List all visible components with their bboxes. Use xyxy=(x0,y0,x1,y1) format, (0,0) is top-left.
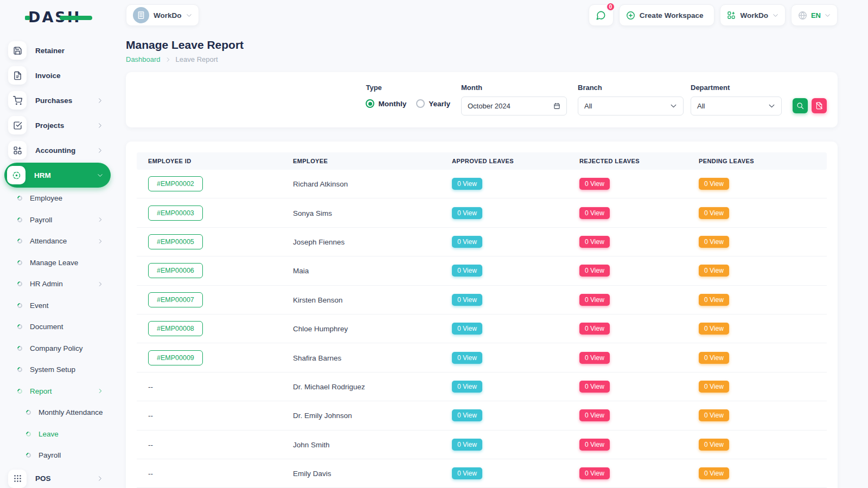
type-radio-group: Monthly Yearly xyxy=(366,99,450,108)
approved-leaves-view-badge[interactable]: 0 View xyxy=(452,467,482,479)
sidebar-item-event[interactable]: Event xyxy=(4,295,111,317)
reset-button[interactable] xyxy=(812,98,827,113)
sidebar-item-leave[interactable]: Leave xyxy=(4,423,111,445)
app-logo[interactable]: DASH xyxy=(0,0,115,34)
rejected-leaves-view-badge[interactable]: 0 View xyxy=(579,467,610,479)
bullet-icon xyxy=(25,409,32,416)
pending-leaves-view-badge[interactable]: 0 View xyxy=(699,381,729,393)
radio-monthly[interactable]: Monthly xyxy=(366,99,406,108)
pending-leaves-view-badge[interactable]: 0 View xyxy=(699,439,729,451)
sidebar-item-payroll[interactable]: Payroll xyxy=(4,445,111,466)
create-workspace-button[interactable]: Create Workspace xyxy=(619,4,715,26)
sidebar-item-pos[interactable]: POS xyxy=(4,466,111,488)
approved-leaves-view-badge[interactable]: 0 View xyxy=(452,381,482,393)
employee-id-button[interactable]: #EMP00002 xyxy=(148,176,203,191)
sidebar-item-hrm[interactable]: HRM xyxy=(4,163,111,188)
messages-button[interactable]: 0 xyxy=(589,4,614,26)
radio-monthly-control[interactable] xyxy=(366,99,374,108)
sidebar-item-company-policy[interactable]: Company Policy xyxy=(4,338,111,359)
rejected-leaves-view-badge[interactable]: 0 View xyxy=(579,236,610,248)
sidebar-item-label: Manage Leave xyxy=(30,259,78,267)
department-select[interactable]: All xyxy=(691,97,782,115)
sidebar-item-hr-admin[interactable]: HR Admin xyxy=(4,273,111,295)
approved-leaves-view-badge[interactable]: 0 View xyxy=(452,236,482,248)
sidebar-item-system-setup[interactable]: System Setup xyxy=(4,359,111,381)
rejected-leaves-view-badge[interactable]: 0 View xyxy=(579,323,610,335)
employee-id-button[interactable]: #EMP00008 xyxy=(148,321,203,336)
approved-leaves-view-badge[interactable]: 0 View xyxy=(452,352,482,364)
approved-leaves-view-badge[interactable]: 0 View xyxy=(452,409,482,421)
sidebar-item-report[interactable]: Report xyxy=(4,381,111,402)
pending-leaves-view-badge[interactable]: 0 View xyxy=(699,178,729,190)
breadcrumb: Dashboard Leave Report xyxy=(126,55,838,63)
rejected-leaves-view-badge[interactable]: 0 View xyxy=(579,439,610,451)
branch-select[interactable]: All xyxy=(578,97,684,115)
language-selector[interactable]: EN xyxy=(791,4,838,26)
sidebar-item-employee[interactable]: Employee xyxy=(4,188,111,209)
approved-leaves-view-badge[interactable]: 0 View xyxy=(452,207,482,219)
pending-leaves-view-badge[interactable]: 0 View xyxy=(699,236,729,248)
sidebar-item-monthly-attendance[interactable]: Monthly Attendance xyxy=(4,402,111,423)
logo-bar xyxy=(60,16,92,20)
approved-leaves-view-badge[interactable]: 0 View xyxy=(452,323,482,335)
rejected-leaves-view-badge[interactable]: 0 View xyxy=(579,294,610,306)
rejected-leaves-view-badge[interactable]: 0 View xyxy=(579,265,610,277)
chevron-right-icon xyxy=(97,147,103,153)
employee-id-button[interactable]: #EMP00003 xyxy=(148,206,203,221)
rejected-leaves-view-badge[interactable]: 0 View xyxy=(579,178,610,190)
sidebar-item-attendance[interactable]: Attendance xyxy=(4,230,111,252)
pending-leaves-view-badge[interactable]: 0 View xyxy=(699,265,729,277)
sidebar-item-label: Document xyxy=(30,323,63,331)
chevron-right-icon xyxy=(97,123,103,129)
chevron-right-icon xyxy=(98,388,103,394)
topbar: WorkDo 0 Create Workspace WorkDo EN xyxy=(126,0,838,30)
employee-id-button[interactable]: #EMP00006 xyxy=(148,263,203,278)
table-row: #EMP00003Sonya Sims0 View0 View0 View xyxy=(137,198,827,227)
rejected-leaves-view-badge[interactable]: 0 View xyxy=(579,381,610,393)
search-button[interactable] xyxy=(793,98,808,113)
rejected-leaves-view-badge[interactable]: 0 View xyxy=(579,352,610,364)
radio-yearly-control[interactable] xyxy=(416,99,425,108)
workspace-avatar xyxy=(133,7,149,23)
sidebar-item-payroll[interactable]: Payroll xyxy=(4,209,111,231)
approved-leaves-view-badge[interactable]: 0 View xyxy=(452,294,482,306)
save-icon xyxy=(8,41,27,60)
bullet-icon xyxy=(16,216,23,223)
sidebar-item-manage-leave[interactable]: Manage Leave xyxy=(4,252,111,274)
pending-leaves-view-badge[interactable]: 0 View xyxy=(699,467,729,479)
approved-leaves-view-badge[interactable]: 0 View xyxy=(452,265,482,277)
pending-leaves-view-badge[interactable]: 0 View xyxy=(699,323,729,335)
rejected-leaves-view-badge[interactable]: 0 View xyxy=(579,207,610,219)
employee-id-button[interactable]: #EMP00005 xyxy=(148,234,203,249)
table-row: #EMP00008Chloe Humphrey0 View0 View0 Vie… xyxy=(137,314,827,343)
sidebar-item-label: System Setup xyxy=(30,365,75,374)
table-header-row: EMPLOYEE ID EMPLOYEE APPROVED LEAVES REJ… xyxy=(137,152,827,170)
workdo-menu-button[interactable]: WorkDo xyxy=(720,4,786,26)
sidebar-item-label: Purchases xyxy=(35,97,72,105)
pending-leaves-view-badge[interactable]: 0 View xyxy=(699,409,729,421)
radio-yearly[interactable]: Yearly xyxy=(416,99,450,108)
sidebar-item-label: Monthly Attendance xyxy=(39,408,103,416)
month-input[interactable]: October 2024 xyxy=(461,97,567,115)
rejected-leaves-view-badge[interactable]: 0 View xyxy=(579,409,610,421)
chevron-down-icon xyxy=(97,172,103,178)
chevron-down-icon xyxy=(825,12,831,18)
pending-leaves-view-badge[interactable]: 0 View xyxy=(699,352,729,364)
department-value: All xyxy=(697,102,705,110)
chevron-right-icon xyxy=(98,239,103,244)
pending-leaves-view-badge[interactable]: 0 View xyxy=(699,294,729,306)
breadcrumb-dashboard-link[interactable]: Dashboard xyxy=(126,55,161,63)
sidebar-item-projects[interactable]: Projects xyxy=(4,113,111,138)
bullet-icon xyxy=(16,302,23,309)
sidebar-item-document[interactable]: Document xyxy=(4,316,111,338)
sidebar-item-retainer[interactable]: Retainer xyxy=(4,38,111,63)
approved-leaves-view-badge[interactable]: 0 View xyxy=(452,439,482,451)
workspace-selector[interactable]: WorkDo xyxy=(126,4,199,26)
sidebar-item-accounting[interactable]: Accounting xyxy=(4,138,111,163)
approved-leaves-view-badge[interactable]: 0 View xyxy=(452,178,482,190)
pending-leaves-view-badge[interactable]: 0 View xyxy=(699,207,729,219)
employee-id-button[interactable]: #EMP00007 xyxy=(148,292,203,307)
employee-id-button[interactable]: #EMP00009 xyxy=(148,350,203,365)
sidebar-item-purchases[interactable]: Purchases xyxy=(4,88,111,113)
sidebar-item-invoice[interactable]: Invoice xyxy=(4,63,111,88)
